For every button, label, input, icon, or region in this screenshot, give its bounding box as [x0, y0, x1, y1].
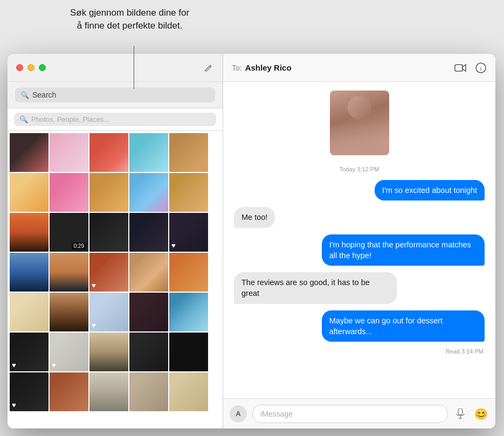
photo-cell[interactable] [129, 372, 168, 411]
photo-cell[interactable] [169, 333, 208, 371]
emoji-button[interactable]: 😊 [473, 406, 489, 422]
photo-cell[interactable] [89, 133, 128, 172]
to-label: To: [232, 64, 242, 72]
close-button[interactable] [16, 64, 23, 71]
photos-row: ♥ ♥ [10, 333, 220, 371]
profile-photo [330, 91, 389, 155]
photos-row [10, 133, 220, 172]
photo-cell[interactable] [169, 173, 208, 212]
tooltip-line [134, 46, 134, 89]
photo-cell[interactable] [129, 213, 168, 252]
photo-cell[interactable] [129, 133, 168, 172]
right-panel: To: Ashley Rico i [223, 54, 495, 428]
photos-search-wrapper[interactable]: 🔍 Photos, People, Places... [14, 113, 216, 126]
photo-cell[interactable] [169, 133, 208, 172]
photos-row [10, 173, 220, 212]
read-status: Read 3:14 PM [234, 348, 484, 355]
audio-button[interactable] [453, 407, 467, 421]
photo-cell[interactable] [50, 293, 88, 331]
photo-cell[interactable] [169, 293, 208, 331]
photo-cell[interactable] [10, 213, 49, 252]
photo-cell[interactable] [50, 253, 88, 292]
traffic-lights [16, 64, 46, 71]
photos-row: ♥ [10, 372, 220, 411]
photo-cell[interactable] [129, 173, 168, 212]
heart-icon: ♥ [92, 281, 96, 289]
message-row: The reviews are so good, it has to be gr… [234, 272, 485, 304]
search-bar: 🔍 Search [8, 82, 223, 108]
photo-cell[interactable] [129, 253, 168, 292]
messages-window: 🔍 Search 🔍 Photos, People, Places... [8, 54, 495, 428]
titlebar [8, 54, 223, 82]
photo-cell[interactable] [50, 372, 88, 411]
search-icon: 🔍 [20, 91, 29, 99]
message-bubble: Maybe we can go out for dessert afterwar… [322, 310, 485, 342]
app-store-button[interactable]: A [230, 405, 247, 423]
photo-cell[interactable]: ♥ [10, 333, 49, 371]
titlebar-actions: i [454, 62, 487, 74]
left-panel: 🔍 Search 🔍 Photos, People, Places... [8, 54, 223, 428]
message-row: I'm so excited about tonight [234, 180, 485, 200]
photos-row: ♥ [10, 253, 220, 292]
app-store-icon: A [236, 410, 240, 418]
message-placeholder: iMessage [260, 410, 293, 418]
message-titlebar: To: Ashley Rico i [223, 54, 495, 82]
photo-cell[interactable] [50, 133, 88, 172]
message-bubble: The reviews are so good, it has to be gr… [234, 272, 397, 304]
photo-cell[interactable]: 0:29 [50, 213, 88, 252]
photo-cell[interactable] [169, 372, 208, 411]
message-row: Maybe we can go out for dessert afterwar… [234, 310, 485, 342]
photos-search-icon: 🔍 [19, 115, 28, 123]
timestamp: Today 3:12 PM [234, 166, 485, 172]
photo-cell[interactable] [89, 173, 128, 212]
search-wrapper[interactable]: 🔍 Search [15, 87, 215, 102]
svg-rect-0 [455, 65, 462, 71]
message-bubble: Me too! [234, 207, 275, 227]
message-bubble: I'm hoping that the performance matches … [322, 234, 485, 266]
conversation-area: Today 3:12 PM I'm so excited about tonig… [223, 82, 495, 398]
photo-cell[interactable] [169, 253, 208, 292]
photos-row: 0:29 ♥ [10, 213, 220, 252]
video-call-button[interactable] [454, 62, 466, 74]
photo-cell[interactable]: ♥ [169, 213, 208, 252]
emoji-icon: 😊 [474, 407, 488, 420]
photos-search-input[interactable]: Photos, People, Places... [31, 115, 109, 123]
message-row: Me too! [234, 207, 485, 227]
heart-icon: ♥ [171, 241, 176, 250]
photo-cell[interactable] [89, 213, 128, 252]
photo-cell[interactable] [10, 293, 49, 331]
search-input[interactable]: Search [32, 91, 56, 99]
photo-cell[interactable] [10, 173, 49, 212]
info-button[interactable]: i [475, 62, 487, 74]
contact-name: Ashley Rico [245, 63, 292, 72]
photo-cell[interactable] [50, 173, 88, 212]
tooltip-annotation: Søk gjennom bildene dine for å finne det… [70, 6, 189, 32]
svg-text:i: i [480, 65, 481, 71]
photos-panel: 🔍 Photos, People, Places... [8, 108, 223, 131]
profile-photo-area [234, 91, 485, 155]
photo-cell[interactable]: ♥ [89, 293, 128, 331]
heart-icon: ♥ [52, 361, 56, 369]
message-row: I'm hoping that the performance matches … [234, 234, 485, 266]
photo-cell[interactable] [129, 293, 168, 331]
photo-cell[interactable] [10, 253, 49, 292]
heart-icon: ♥ [12, 401, 16, 409]
video-badge: 0:29 [72, 243, 86, 250]
compose-button[interactable] [203, 63, 214, 73]
photo-cell[interactable] [10, 133, 49, 172]
photos-grid: 0:29 ♥ ♥ [8, 131, 223, 428]
photo-cell[interactable] [129, 333, 168, 371]
message-input[interactable]: iMessage [252, 405, 448, 423]
input-bar: A iMessage 😊 [223, 398, 495, 428]
photo-cell[interactable] [89, 333, 128, 371]
svg-rect-3 [458, 409, 462, 415]
photo-cell[interactable]: ♥ [89, 253, 128, 292]
heart-icon: ♥ [92, 321, 96, 329]
message-bubble: I'm so excited about tonight [375, 180, 485, 200]
photo-cell[interactable]: ♥ [50, 333, 88, 371]
photo-cell[interactable] [89, 372, 128, 411]
heart-icon: ♥ [12, 361, 16, 369]
maximize-button[interactable] [39, 64, 46, 71]
photo-cell[interactable]: ♥ [10, 372, 49, 411]
minimize-button[interactable] [27, 64, 34, 71]
